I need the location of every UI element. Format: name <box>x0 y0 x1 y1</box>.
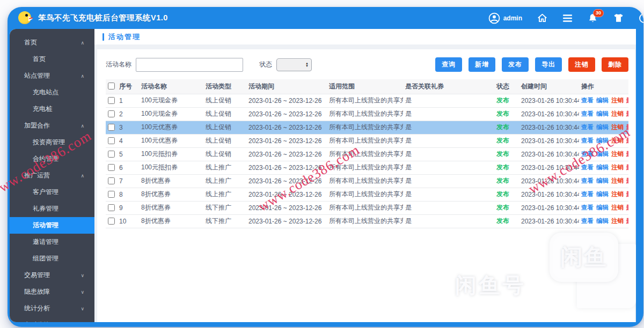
action-link-view[interactable]: 查看 <box>581 218 594 224</box>
row-checkbox[interactable] <box>108 151 115 158</box>
action-link-edit[interactable]: 编辑 <box>596 177 609 184</box>
action-link-logoff[interactable]: 注销 <box>611 218 624 224</box>
sidebar-section-7[interactable]: 实时监控∨ <box>10 317 94 322</box>
sidebar-section-5[interactable]: 隐患故障∨ <box>10 284 94 300</box>
action-link-logoff[interactable]: 注销 <box>611 137 624 144</box>
sidebar-item-2-0[interactable]: 投资商管理 <box>10 134 94 151</box>
action-link-view[interactable]: 查看 <box>581 110 594 117</box>
row-checkbox[interactable] <box>108 97 115 104</box>
action-link-view[interactable]: 查看 <box>581 191 594 197</box>
table-row[interactable]: 78折优惠券线上推广2023-01-26 ~ 2023-12-26所有本司上线营… <box>106 174 628 188</box>
row-checkbox[interactable] <box>108 204 115 211</box>
user-menu[interactable]: admin <box>488 12 522 24</box>
action-link-edit[interactable]: 编辑 <box>596 218 609 224</box>
toolbar-button-2[interactable]: 发布 <box>502 57 529 72</box>
table-row[interactable]: 6100元抵扣券线上推广2023-01-26 ~ 2023-12-26所有本司上… <box>106 161 628 174</box>
toolbar-button-4[interactable]: 注销 <box>568 57 595 72</box>
action-link-logoff[interactable]: 注销 <box>611 164 624 170</box>
action-link-logoff[interactable]: 注销 <box>611 124 624 130</box>
toolbar-button-5[interactable]: 删除 <box>602 57 628 72</box>
action-link-del[interactable]: 删除 <box>626 137 628 144</box>
row-checkbox[interactable] <box>108 177 115 184</box>
action-link-logoff[interactable]: 注销 <box>611 97 624 103</box>
sidebar-item-1-1[interactable]: 充电桩 <box>10 101 94 117</box>
sidebar-item-1-0[interactable]: 充电站点 <box>10 84 94 101</box>
action-link-logoff[interactable]: 注销 <box>611 204 624 211</box>
sidebar-item-3-1[interactable]: 礼券管理 <box>10 200 94 217</box>
action-link-logoff[interactable]: 注销 <box>611 110 624 117</box>
action-link-edit[interactable]: 编辑 <box>596 137 609 144</box>
action-link-view[interactable]: 查看 <box>581 204 594 211</box>
action-link-del[interactable]: 删除 <box>626 204 628 211</box>
action-link-view[interactable]: 查看 <box>581 151 594 157</box>
sidebar-item-3-3[interactable]: 邀请管理 <box>10 234 94 250</box>
select-all-checkbox[interactable] <box>108 83 115 90</box>
toolbar-button-1[interactable]: 新增 <box>469 57 495 72</box>
action-link-edit[interactable]: 编辑 <box>596 110 609 117</box>
sidebar-item-0-0[interactable]: 首页 <box>10 51 94 68</box>
table-row[interactable]: 3100元优惠券线上促销2023-01-26 ~ 2023-12-26所有本司上… <box>106 121 628 134</box>
theme-shirt-icon[interactable] <box>613 13 624 23</box>
action-link-view[interactable]: 查看 <box>581 137 594 144</box>
action-link-logoff[interactable]: 注销 <box>611 151 624 157</box>
action-link-edit[interactable]: 编辑 <box>596 124 609 130</box>
menu-icon[interactable] <box>562 14 573 23</box>
row-checkbox[interactable] <box>108 164 115 171</box>
notification-bell-icon[interactable]: 30 <box>588 13 598 24</box>
table-row[interactable]: 2100元现金券线上促销2023-01-26 ~ 2023-12-26所有本司上… <box>106 107 628 121</box>
partial-circle-icon[interactable] <box>639 13 643 23</box>
table-row[interactable]: 108折优惠券线下推广2023-01-26 ~ 2023-12-26所有本司上线… <box>106 214 628 228</box>
row-checkbox[interactable] <box>108 191 115 198</box>
status-select[interactable]: ▲▼ <box>276 58 312 71</box>
sidebar-item-3-4[interactable]: 组团管理 <box>10 250 94 267</box>
cell-status-value: 发布 <box>496 110 509 117</box>
toolbar-button-0[interactable]: 查询 <box>435 57 462 72</box>
sidebar-item-3-2[interactable]: 活动管理 <box>10 217 94 234</box>
action-link-del[interactable]: 删除 <box>626 124 628 130</box>
action-link-view[interactable]: 查看 <box>581 177 594 184</box>
table-header-row: 序号活动名称活动类型活动期间适用范围是否关联礼券状态创建时间操作 <box>106 79 628 94</box>
row-checkbox[interactable] <box>108 110 115 117</box>
sidebar-item-3-0[interactable]: 客户管理 <box>10 184 94 200</box>
action-link-del[interactable]: 删除 <box>626 191 628 197</box>
table-row[interactable]: 1100元现金券线上促销2023-01-26 ~ 2023-12-26所有本司上… <box>106 94 628 107</box>
row-checkbox[interactable] <box>108 137 115 144</box>
toolbar-button-3[interactable]: 导出 <box>535 57 562 72</box>
sidebar-section-4[interactable]: 交易管理∨ <box>10 267 94 284</box>
table-row[interactable]: 5100元抵扣券线上促销2023-01-26 ~ 2023-12-26所有本司上… <box>106 147 628 161</box>
home-icon[interactable] <box>537 13 547 23</box>
sidebar-section-3[interactable]: 推广运营∧ <box>10 167 94 184</box>
action-link-del[interactable]: 删除 <box>626 177 628 184</box>
action-link-edit[interactable]: 编辑 <box>596 191 609 197</box>
action-link-del[interactable]: 删除 <box>626 218 628 224</box>
table-row[interactable]: 4100元优惠券线上促销2023-01-26 ~ 2023-12-26所有本司上… <box>106 134 628 147</box>
cell-name-value: 100元现金券 <box>141 110 178 117</box>
cell-linked-value: 是 <box>405 177 412 184</box>
sidebar-section-2[interactable]: 加盟合作∧ <box>10 117 94 134</box>
activity-name-input[interactable] <box>136 58 243 72</box>
action-link-edit[interactable]: 编辑 <box>596 97 609 103</box>
action-link-edit[interactable]: 编辑 <box>596 151 609 157</box>
cell-created: 2023-01-26 10:30:44 <box>519 121 579 134</box>
action-link-view[interactable]: 查看 <box>581 124 594 130</box>
action-link-view[interactable]: 查看 <box>581 97 594 103</box>
action-link-view[interactable]: 查看 <box>581 164 594 170</box>
action-link-del[interactable]: 删除 <box>626 151 628 157</box>
action-link-del[interactable]: 删除 <box>626 164 628 170</box>
sidebar-section-0[interactable]: 首页∧ <box>10 34 94 51</box>
table-row[interactable]: 88折优惠券线上推广2023-01-26 ~ 2023-12-26所有本司上线营… <box>106 188 628 201</box>
table-row[interactable]: 98折优惠券线下推广2023-01-26 ~ 2023-12-26所有本司上线营… <box>106 201 628 214</box>
action-link-logoff[interactable]: 注销 <box>611 177 624 184</box>
action-link-logoff[interactable]: 注销 <box>611 191 624 197</box>
action-link-edit[interactable]: 编辑 <box>596 204 609 211</box>
sidebar-section-1[interactable]: 站点管理∧ <box>10 68 94 84</box>
sidebar-section-6[interactable]: 统计分析∨ <box>10 300 94 317</box>
row-checkbox[interactable] <box>108 124 115 131</box>
cell-no-value: 4 <box>119 137 123 145</box>
action-link-del[interactable]: 删除 <box>626 110 628 117</box>
column-header-label: 适用范围 <box>329 83 355 90</box>
sidebar-item-2-1[interactable]: 合约管理 <box>10 151 94 167</box>
row-checkbox[interactable] <box>108 218 115 225</box>
action-link-del[interactable]: 删除 <box>626 97 628 103</box>
action-link-edit[interactable]: 编辑 <box>596 164 609 170</box>
